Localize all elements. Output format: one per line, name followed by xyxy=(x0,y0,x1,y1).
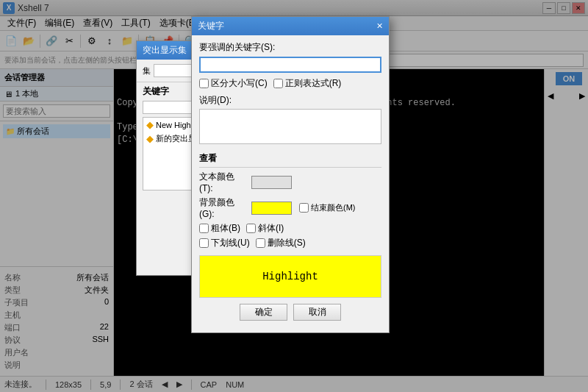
kw-underline-checkbox[interactable] xyxy=(199,238,209,248)
keyword-input[interactable] xyxy=(199,57,381,73)
kw-desc-label: 说明(D): xyxy=(199,94,381,107)
kw-underline-label[interactable]: 下划线(U) xyxy=(199,237,250,249)
kw-text-color-row: 文本颜色(T): xyxy=(199,171,381,193)
kw-input-label: 要强调的关键字(S): xyxy=(199,41,381,54)
kw-bg-color-label: 背景颜色(G): xyxy=(199,196,247,219)
kw-strikethrough-label[interactable]: 删除线(S) xyxy=(256,237,306,249)
kw-italic-checkbox[interactable] xyxy=(246,224,256,233)
hl-keyword-icon-2: ◆ xyxy=(146,133,154,144)
kw-options-row-1: 区分大小写(C) 正则表达式(R) xyxy=(199,77,381,90)
kw-style-row-2: 下划线(U) 删除线(S) xyxy=(199,237,381,249)
kw-text-color-label: 文本颜色(T): xyxy=(199,171,247,193)
kw-case-checkbox[interactable] xyxy=(199,79,209,88)
hl-keyword-icon-1: ◆ xyxy=(146,119,154,130)
keyword-cancel-button[interactable]: 取消 xyxy=(293,304,341,321)
kw-bg-color-row: 背景颜色(G): 结束颜色(M) xyxy=(199,196,381,219)
keyword-dialog: 关键字 ✕ 要强调的关键字(S): 区分大小写(C) 正则表达式(R) 说明(D… xyxy=(191,16,390,333)
kw-end-color-checkbox-label[interactable]: 结束颜色(M) xyxy=(299,202,356,213)
keyword-desc-textarea[interactable] xyxy=(199,109,381,144)
kw-bold-checkbox[interactable] xyxy=(199,224,209,233)
kw-end-color-checkbox[interactable] xyxy=(299,203,309,213)
keyword-confirm-button[interactable]: 确定 xyxy=(240,304,287,321)
kw-style-row-1: 粗体(B) 斜体(I) xyxy=(199,222,381,235)
kw-regex-checkbox[interactable] xyxy=(273,79,283,88)
keyword-preview: Highlight xyxy=(199,255,381,298)
kw-regex-checkbox-label[interactable]: 正则表达式(R) xyxy=(273,77,342,90)
kw-italic-label[interactable]: 斜体(I) xyxy=(246,222,284,235)
kw-bold-label[interactable]: 粗体(B) xyxy=(199,222,240,235)
keyword-dialog-title: 关键字 ✕ xyxy=(192,17,389,35)
kw-strikethrough-checkbox[interactable] xyxy=(256,238,265,248)
modal-overlay: 突出显示集 ✕ 集 关键字 ◆ New Highlight ◆ 新的突出显 xyxy=(0,0,588,392)
kw-bg-color-swatch[interactable] xyxy=(251,202,292,215)
kw-case-checkbox-label[interactable]: 区分大小写(C) xyxy=(199,77,268,90)
keyword-dialog-buttons: 确定 取消 xyxy=(199,304,381,327)
keyword-dialog-close-button[interactable]: ✕ xyxy=(376,21,383,31)
kw-look-label: 查看 xyxy=(199,152,381,168)
kw-text-color-swatch[interactable] xyxy=(251,176,292,189)
keyword-dialog-body: 要强调的关键字(S): 区分大小写(C) 正则表达式(R) 说明(D): 查看 xyxy=(192,35,389,332)
